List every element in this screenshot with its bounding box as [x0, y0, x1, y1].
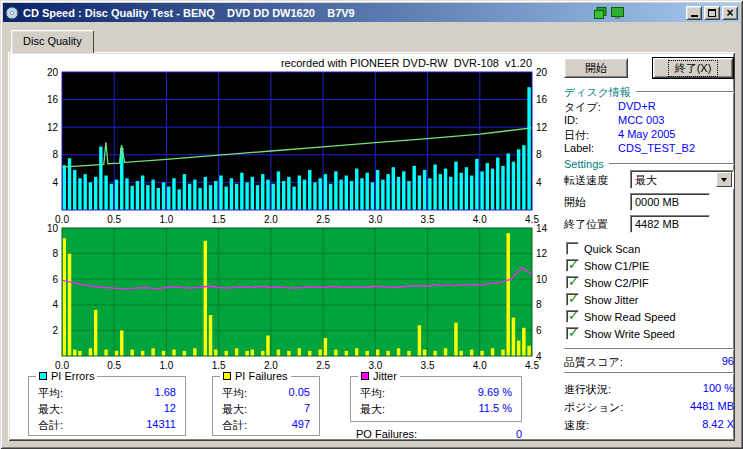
checkbox-show-read-speed[interactable]: Show Read Speed: [566, 310, 676, 323]
speed-row: 速度: 8.42 X: [564, 418, 734, 433]
end-position-label: 終了位置: [564, 217, 608, 232]
disc-info-heading-text: ディスク情報: [564, 85, 631, 100]
legend-pi-errors-title: PI Errors: [36, 370, 97, 382]
end-position-input[interactable]: 4482 MB: [630, 215, 710, 233]
exit-button-label: 終了(X): [669, 61, 718, 76]
titlebar-tool-button-2[interactable]: [609, 5, 626, 20]
speed-select-value: 最大: [635, 173, 657, 188]
svg-text:8: 8: [536, 299, 542, 310]
svg-text:12: 12: [536, 122, 548, 133]
close-icon: ×: [726, 8, 733, 18]
pi-errors-chart: 48121620481216200.00.51.01.52.02.53.03.5…: [14, 68, 554, 228]
legend-pi-errors: PI Errors 平均:1.68 最大:12 合計:14311: [28, 376, 186, 436]
svg-text:16: 16: [536, 94, 548, 105]
po-failures-value: 0: [516, 428, 522, 440]
chevron-down-icon[interactable]: [716, 172, 732, 187]
svg-text:6: 6: [536, 325, 542, 336]
checkbox-label: Quick Scan: [584, 243, 640, 255]
position-row: ポジション: 4481 MB: [564, 400, 734, 415]
checkbox-label: Show Write Speed: [584, 328, 675, 340]
checkbox-label: Show C2/PIF: [584, 277, 649, 289]
checkbox-label: Show Jitter: [584, 294, 638, 306]
stat-label: 最大:: [222, 402, 247, 417]
legend-pi-failures-title: PI Failures: [220, 370, 291, 382]
po-failures-label: PO Failures:: [356, 428, 417, 440]
stat-value: 9.69 %: [478, 386, 512, 401]
separator-line: [609, 163, 734, 165]
svg-text:3.5: 3.5: [421, 360, 435, 371]
legend-jitter-title: Jitter: [358, 370, 400, 382]
svg-text:0.5: 0.5: [107, 360, 121, 371]
stat-label: 合計:: [222, 418, 247, 433]
svg-text:12: 12: [536, 248, 548, 259]
checkbox-show-write-speed[interactable]: Show Write Speed: [566, 327, 675, 340]
speed-label: 転送速度: [564, 173, 608, 188]
start-button-label: 開始: [585, 61, 607, 76]
checkbox-quick-scan[interactable]: Quick Scan: [566, 242, 640, 255]
speed-value-label: 速度:: [564, 418, 589, 433]
separator-line: [564, 348, 734, 350]
stat-label: 最大:: [38, 402, 63, 417]
stat-value: 7: [304, 402, 310, 417]
checkbox-icon: [566, 259, 579, 272]
start-position-input[interactable]: 0000 MB: [630, 193, 710, 211]
tab-page: recorded with PIONEER DVD-RW DVR-108 v1.…: [8, 52, 735, 441]
checkbox-icon: [566, 276, 579, 289]
disc-type-row: タイプ:DVD+R: [564, 100, 734, 115]
legend-jitter: Jitter 平均:9.69 % 最大:11.5 %: [350, 376, 522, 422]
checkbox-label: Show C1/PIE: [584, 260, 649, 272]
start-button[interactable]: 開始: [564, 58, 628, 78]
titlebar-buttons: ×: [592, 5, 738, 20]
maximize-icon: [708, 9, 716, 17]
minimize-button[interactable]: [686, 6, 702, 20]
stat-value: 0.05: [289, 386, 310, 401]
legend-title-text: PI Failures: [235, 370, 288, 382]
checkbox-icon: [566, 310, 579, 323]
pi-failures-swatch-icon: [223, 372, 231, 380]
tab-disc-quality[interactable]: Disc Quality: [11, 30, 94, 53]
tab-label: Disc Quality: [23, 35, 82, 47]
maximize-button[interactable]: [704, 6, 720, 20]
quality-score-row: 品質スコア: 96: [564, 355, 734, 370]
minimize-icon: [691, 15, 698, 17]
svg-text:12: 12: [47, 122, 59, 133]
progress-value: 100 %: [703, 382, 734, 397]
checkbox-icon: [566, 327, 579, 340]
checkbox-show-c2-pif[interactable]: Show C2/PIF: [566, 276, 649, 289]
exit-button[interactable]: 終了(X): [653, 58, 733, 78]
quality-score-value: 96: [722, 355, 734, 370]
svg-text:16: 16: [47, 94, 59, 105]
position-value: 4481 MB: [690, 400, 734, 415]
speed-select[interactable]: 最大: [630, 170, 734, 189]
close-button[interactable]: ×: [722, 6, 738, 20]
svg-text:4: 4: [52, 299, 58, 310]
start-position-label: 開始: [564, 195, 586, 210]
speed-value: 8.42 X: [702, 418, 734, 433]
titlebar-tool-button-1[interactable]: [592, 5, 609, 20]
stat-label: 合計:: [38, 418, 63, 433]
svg-text:8: 8: [52, 149, 58, 160]
svg-text:10: 10: [536, 274, 548, 285]
separator-line: [564, 372, 734, 374]
svg-text:4: 4: [52, 177, 58, 188]
legend-title-text: Jitter: [373, 370, 397, 382]
settings-heading-text: Settings: [564, 158, 604, 170]
position-label: ポジション:: [564, 400, 623, 415]
down-arrow-glyph: [721, 178, 727, 182]
svg-text:2: 2: [52, 325, 58, 336]
quality-score-label: 品質スコア:: [564, 355, 623, 370]
checkbox-show-jitter[interactable]: Show Jitter: [566, 293, 638, 306]
legend-pi-failures: PI Failures 平均:0.05 最大:7 合計:497: [212, 376, 320, 436]
titlebar: CD Speed : Disc Quality Test - BENQ DVD …: [3, 3, 740, 22]
svg-text:4: 4: [536, 177, 542, 188]
app-icon: [5, 6, 19, 20]
svg-text:4.0: 4.0: [473, 360, 487, 371]
legend-title-text: PI Errors: [51, 370, 94, 382]
green-monitor-icon: [611, 7, 624, 19]
start-position-value: 0000 MB: [635, 196, 679, 208]
app-window: CD Speed : Disc Quality Test - BENQ DVD …: [0, 0, 743, 449]
checkbox-icon: [566, 293, 579, 306]
svg-text:8: 8: [52, 248, 58, 259]
checkbox-show-c1-pie[interactable]: Show C1/PIE: [566, 259, 649, 272]
separator-line: [636, 91, 734, 93]
